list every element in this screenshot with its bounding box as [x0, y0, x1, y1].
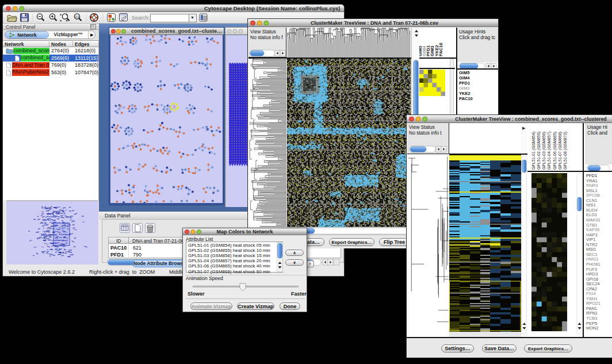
- svg-text:GPL51-01 (GSM854): GPL51-01 (GSM854): [531, 132, 536, 170]
- svg-text:GPL51-03 (GSM856): GPL51-03 (GSM856): [542, 132, 546, 170]
- svg-text:1:1: 1:1: [75, 16, 79, 18]
- svg-text:GPL51-07 (GSM868): GPL51-07 (GSM868): [558, 132, 563, 170]
- svg-text:PAC10: PAC10: [438, 43, 443, 56]
- svg-text:GPL51-02 (GSM855): GPL51-02 (GSM855): [537, 132, 541, 170]
- svg-text:GPL51-08 (GSM872): GPL51-08 (GSM872): [563, 132, 568, 170]
- svg-text:GPL51-06 (GSM865): GPL51-06 (GSM865): [553, 132, 557, 170]
- svg-text:GPL51-04 (GSM857): GPL51-04 (GSM857): [547, 132, 552, 170]
